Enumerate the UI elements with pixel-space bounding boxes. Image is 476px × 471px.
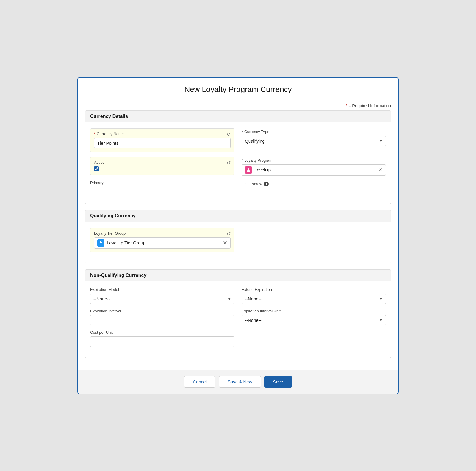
primary-checkbox-wrapper: [90, 187, 234, 191]
active-reset-icon[interactable]: ↺: [227, 160, 231, 166]
save-new-button[interactable]: Save & New: [219, 376, 261, 388]
save-button[interactable]: Save: [264, 376, 292, 388]
currency-details-row2: Active ↺ * Loyalt: [90, 157, 386, 176]
expiration-interval-unit-col: Expiration Interval Unit --None-- ▼: [242, 309, 386, 325]
cost-per-unit-label: Cost per Unit: [90, 330, 234, 335]
extend-expiration-select-wrapper: --None-- ▼: [242, 294, 386, 304]
primary-col: Primary: [90, 180, 234, 193]
loyalty-program-value: LevelUp: [254, 167, 376, 172]
currency-name-required: *: [94, 132, 95, 136]
cost-per-unit-empty-col: [242, 330, 386, 347]
loyalty-tier-group-clear-icon[interactable]: ✕: [223, 240, 227, 246]
currency-type-select-wrapper: Qualifying Non-Qualifying ▼: [242, 136, 386, 146]
currency-details-row3: Primary Has Escrow i: [90, 180, 386, 193]
has-escrow-col: Has Escrow i: [242, 180, 386, 193]
expiration-interval-input[interactable]: [90, 315, 234, 325]
required-text: = Required Information: [347, 103, 391, 108]
loyalty-tier-group-label: Loyalty Tier Group: [94, 231, 231, 236]
expiration-interval-label: Expiration Interval: [90, 309, 234, 313]
section-non-qualifying-currency: Non-Qualifying Currency Expiration Model…: [85, 269, 391, 358]
svg-rect-1: [99, 244, 103, 244]
currency-name-reset-icon[interactable]: ↺: [227, 132, 231, 137]
currency-name-label: * Currency Name: [94, 132, 231, 136]
has-escrow-label: Has Escrow i: [242, 182, 386, 186]
currency-type-plain-col: * Currency Type Qualifying Non-Qualifyin…: [242, 128, 386, 146]
expiration-model-col: Expiration Model --None-- ▼: [90, 287, 234, 304]
svg-rect-2: [100, 242, 102, 243]
tier-group-icon: [97, 239, 104, 247]
section-currency-details: Currency Details * Currency Name ↺: [85, 110, 391, 204]
has-escrow-checkbox[interactable]: [242, 188, 246, 193]
modal-footer: Cancel Save & New Save: [78, 370, 398, 394]
modal-title: New Loyalty Program Currency: [84, 85, 392, 94]
currency-details-row1: * Currency Name ↺ * Currency Type: [90, 128, 386, 152]
active-col: Active ↺: [90, 157, 234, 176]
currency-name-input[interactable]: [94, 138, 231, 148]
loyalty-program-lookup[interactable]: LevelUp ✕: [242, 164, 386, 176]
loyalty-program-icon: [245, 166, 252, 174]
loyalty-program-required: *: [242, 158, 243, 163]
loyalty-program-label: * Loyalty Program: [242, 158, 386, 163]
loyalty-tier-group-field-box: Loyalty Tier Group ↺: [90, 228, 234, 252]
section-body-currency-details: * Currency Name ↺ * Currency Type: [85, 122, 391, 204]
expiration-interval-unit-select-wrapper: --None-- ▼: [242, 315, 386, 325]
non-qualifying-row2: Expiration Interval Expiration Interval …: [90, 309, 386, 325]
extend-expiration-select[interactable]: --None--: [242, 294, 386, 304]
section-header-non-qualifying: Non-Qualifying Currency: [85, 269, 391, 281]
loyalty-tier-group-reset-icon[interactable]: ↺: [227, 231, 231, 237]
has-escrow-plain-col: Has Escrow i: [242, 180, 386, 193]
currency-type-col: * Currency Type Qualifying Non-Qualifyin…: [242, 128, 386, 152]
cost-per-unit-input[interactable]: [90, 336, 234, 347]
currency-type-label: * Currency Type: [242, 130, 386, 134]
active-checkbox[interactable]: [94, 166, 99, 171]
section-header-qualifying: Qualifying Currency: [85, 210, 391, 222]
modal-container: New Loyalty Program Currency * = Require…: [77, 77, 399, 394]
section-body-qualifying: Loyalty Tier Group ↺: [85, 222, 391, 263]
expiration-interval-col: Expiration Interval: [90, 309, 234, 325]
modal-header: New Loyalty Program Currency: [78, 78, 398, 100]
expiration-interval-unit-select[interactable]: --None--: [242, 315, 386, 325]
expiration-model-label: Expiration Model: [90, 287, 234, 292]
loyalty-tier-group-lookup[interactable]: LevelUp Tier Group ✕: [94, 237, 231, 249]
loyalty-program-plain-col: * Loyalty Program LevelU: [242, 157, 386, 176]
non-qualifying-row3: Cost per Unit: [90, 330, 386, 347]
expiration-model-select[interactable]: --None--: [90, 294, 234, 304]
extend-expiration-col: Extend Expiration --None-- ▼: [242, 287, 386, 304]
currency-name-field-box: * Currency Name ↺: [90, 128, 234, 152]
active-label: Active: [94, 160, 231, 165]
loyalty-tier-group-value: LevelUp Tier Group: [107, 240, 220, 245]
qualifying-row1: Loyalty Tier Group ↺: [90, 228, 386, 252]
has-escrow-checkbox-wrapper: [242, 188, 386, 193]
svg-point-0: [248, 168, 249, 170]
extend-expiration-label: Extend Expiration: [242, 287, 386, 292]
expiration-model-select-wrapper: --None-- ▼: [90, 294, 234, 304]
loyalty-program-col: * Loyalty Program LevelU: [242, 157, 386, 176]
modal-body: Currency Details * Currency Name ↺: [78, 110, 398, 370]
section-header-currency-details: Currency Details: [85, 110, 391, 122]
section-body-non-qualifying: Expiration Model --None-- ▼ Extend Expir…: [85, 281, 391, 358]
currency-type-required: *: [242, 130, 243, 134]
non-qualifying-row1: Expiration Model --None-- ▼ Extend Expir…: [90, 287, 386, 304]
active-checkbox-wrapper: [94, 166, 231, 171]
qualifying-empty-col: [242, 228, 386, 252]
currency-name-col: * Currency Name ↺: [90, 128, 234, 152]
primary-label: Primary: [90, 180, 234, 185]
loyalty-tier-group-col: Loyalty Tier Group ↺: [90, 228, 234, 252]
loyalty-program-clear-icon[interactable]: ✕: [378, 167, 383, 173]
svg-rect-3: [100, 241, 101, 242]
required-note: * = Required Information: [78, 100, 398, 110]
has-escrow-info-icon[interactable]: i: [264, 182, 269, 186]
section-qualifying-currency: Qualifying Currency Loyalty Tier Group ↺: [85, 210, 391, 263]
primary-checkbox[interactable]: [90, 187, 95, 191]
expiration-interval-unit-label: Expiration Interval Unit: [242, 309, 386, 313]
cost-per-unit-col: Cost per Unit: [90, 330, 234, 347]
cancel-button[interactable]: Cancel: [184, 376, 215, 388]
active-field-box: Active ↺: [90, 157, 234, 175]
currency-type-select[interactable]: Qualifying Non-Qualifying: [242, 136, 386, 146]
